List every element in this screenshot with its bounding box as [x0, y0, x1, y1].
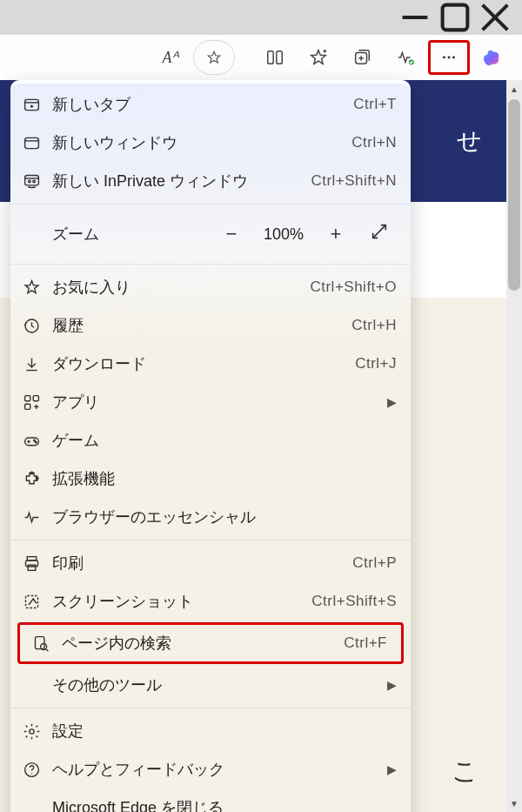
fullscreen-button[interactable] — [360, 222, 398, 246]
svg-rect-45 — [36, 636, 45, 648]
svg-rect-21 — [25, 138, 39, 148]
settings-and-more-menu: 新しいタブ Ctrl+T 新しいウィンドウ Ctrl+N 新しい InPriva… — [10, 80, 411, 812]
menu-shortcut: Ctrl+Shift+O — [310, 278, 397, 296]
svg-rect-6 — [277, 51, 282, 64]
inprivate-icon — [23, 172, 52, 191]
menu-history[interactable]: 履歴 Ctrl+H — [10, 306, 411, 345]
copilot-button[interactable] — [472, 40, 513, 75]
zoom-in-button[interactable]: + — [317, 223, 355, 245]
apps-icon — [23, 393, 52, 412]
help-icon — [23, 761, 52, 779]
svg-point-50 — [31, 773, 32, 774]
svg-point-15 — [448, 57, 451, 59]
new-window-icon — [23, 134, 52, 152]
scroll-down-arrow[interactable]: ▼ — [506, 795, 522, 812]
browser-toolbar: Aᴬ — [0, 35, 522, 80]
menu-label: 履歴 — [52, 315, 351, 336]
menu-downloads[interactable]: ダウンロード Ctrl+J — [10, 345, 411, 383]
menu-label: 印刷 — [52, 553, 352, 574]
close-window-button[interactable] — [475, 1, 515, 34]
menu-shortcut: Ctrl+Shift+N — [311, 172, 397, 190]
svg-rect-30 — [33, 395, 38, 400]
menu-label: ページ内の検索 — [62, 633, 344, 654]
svg-rect-23 — [25, 175, 39, 185]
zoom-label: ズーム — [52, 224, 207, 245]
settings-gear-icon — [23, 722, 52, 741]
menu-shortcut: Ctrl+F — [344, 634, 387, 652]
menu-browser-essentials[interactable]: ブラウザーのエッセンシャル — [10, 498, 411, 536]
menu-shortcut: Ctrl+T — [353, 96, 397, 113]
menu-shortcut: Ctrl+H — [351, 317, 397, 334]
essentials-icon — [23, 508, 52, 527]
menu-settings[interactable]: 設定 — [10, 712, 411, 750]
menu-zoom-row: ズーム − 100% + — [10, 208, 411, 260]
svg-marker-27 — [25, 280, 38, 292]
menu-label: ゲーム — [52, 430, 397, 451]
svg-rect-29 — [25, 395, 30, 400]
menu-label: 拡張機能 — [52, 468, 397, 489]
scroll-up-arrow[interactable]: ▲ — [506, 80, 522, 97]
new-tab-icon — [23, 96, 52, 114]
find-on-page-icon — [32, 634, 62, 653]
svg-marker-4 — [208, 51, 220, 63]
svg-rect-1 — [443, 5, 468, 30]
chevron-right-icon: ▶ — [387, 678, 397, 692]
menu-find-on-page[interactable]: ページ内の検索 Ctrl+F — [17, 622, 404, 664]
svg-line-47 — [46, 648, 49, 651]
svg-point-48 — [30, 728, 34, 733]
minimize-button[interactable] — [395, 1, 435, 34]
screenshot-icon — [23, 593, 52, 611]
window-titlebar — [0, 0, 522, 35]
read-aloud-button[interactable]: Aᴬ — [150, 40, 191, 75]
menu-new-tab[interactable]: 新しいタブ Ctrl+T — [10, 85, 411, 124]
menu-apps[interactable]: アプリ ▶ — [10, 383, 411, 421]
favorites-toolbar-button[interactable] — [298, 40, 339, 75]
menu-label: 新しいタブ — [52, 94, 353, 115]
menu-label: 新しい InPrivate ウィンドウ — [52, 171, 311, 191]
chevron-right-icon: ▶ — [387, 762, 397, 776]
svg-point-16 — [452, 57, 455, 59]
menu-label: ダウンロード — [52, 353, 355, 374]
favorites-icon — [23, 278, 52, 297]
collections-button[interactable] — [341, 40, 383, 75]
menu-screenshot[interactable]: スクリーンショット Ctrl+Shift+S — [10, 582, 411, 621]
menu-games[interactable]: ゲーム — [10, 421, 411, 460]
menu-label: 新しいウィンドウ — [52, 132, 351, 153]
menu-shortcut: Ctrl+P — [352, 554, 397, 572]
zoom-value: 100% — [256, 225, 311, 244]
page-corner-text: こ — [452, 754, 478, 789]
history-icon — [23, 317, 52, 335]
menu-label: Microsoft Edge を閉じる — [52, 797, 397, 812]
svg-point-37 — [34, 440, 36, 441]
maximize-button[interactable] — [435, 1, 475, 34]
menu-label: お気に入り — [52, 277, 310, 298]
svg-rect-5 — [268, 51, 273, 64]
split-screen-button[interactable] — [254, 40, 296, 75]
menu-shortcut: Ctrl+N — [351, 134, 397, 151]
scroll-thumb[interactable] — [508, 99, 520, 291]
menu-shortcut: Ctrl+Shift+S — [311, 593, 397, 610]
favorite-star-button[interactable] — [193, 40, 235, 75]
svg-point-26 — [33, 180, 36, 183]
menu-new-window[interactable]: 新しいウィンドウ Ctrl+N — [10, 124, 411, 162]
menu-label: その他のツール — [52, 674, 387, 695]
menu-shortcut: Ctrl+J — [355, 355, 397, 372]
settings-and-more-button[interactable] — [428, 40, 470, 75]
menu-close-edge[interactable]: Microsoft Edge を閉じる — [10, 789, 411, 812]
menu-more-tools[interactable]: その他のツール ▶ — [10, 666, 411, 704]
browser-essentials-button[interactable] — [385, 40, 426, 75]
menu-help-and-feedback[interactable]: ヘルプとフィードバック ▶ — [10, 750, 411, 789]
vertical-scrollbar[interactable]: ▲ ▼ — [506, 80, 522, 812]
menu-label: 設定 — [52, 721, 397, 742]
svg-point-14 — [443, 57, 445, 59]
svg-point-38 — [35, 441, 37, 443]
extensions-icon — [23, 470, 52, 488]
menu-extensions[interactable]: 拡張機能 — [10, 460, 411, 498]
menu-label: スクリーンショット — [52, 591, 311, 612]
menu-print[interactable]: 印刷 Ctrl+P — [10, 544, 411, 582]
download-icon — [23, 355, 52, 373]
zoom-out-button[interactable]: − — [212, 223, 251, 245]
menu-new-inprivate-window[interactable]: 新しい InPrivate ウィンドウ Ctrl+Shift+N — [10, 162, 411, 200]
menu-label: ブラウザーのエッセンシャル — [52, 507, 397, 527]
menu-favorites[interactable]: お気に入り Ctrl+Shift+O — [10, 268, 411, 306]
